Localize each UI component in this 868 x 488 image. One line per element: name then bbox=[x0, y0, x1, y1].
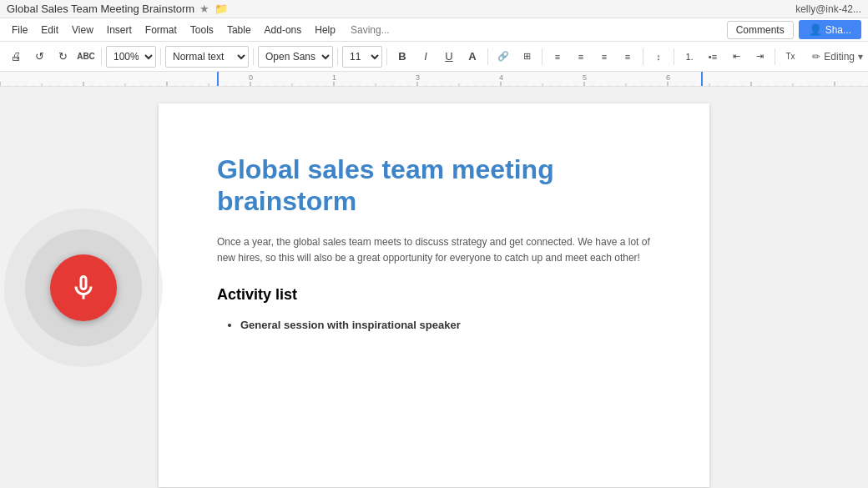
link-button[interactable]: 🔗 bbox=[492, 46, 514, 68]
toolbar-separator-9 bbox=[674, 48, 674, 65]
voice-mic-button[interactable] bbox=[50, 254, 117, 321]
underline-button[interactable]: U bbox=[438, 46, 460, 68]
star-icon[interactable]: ★ bbox=[199, 3, 209, 15]
editing-dropdown-icon[interactable]: ▾ bbox=[858, 51, 863, 63]
toolbar-separator-2 bbox=[160, 48, 161, 65]
menu-edit[interactable]: Edit bbox=[36, 23, 63, 38]
text-color-button[interactable]: A bbox=[462, 46, 483, 68]
share-label: Sha... bbox=[825, 24, 851, 36]
decrease-indent-button[interactable]: ⇤ bbox=[725, 46, 747, 68]
menu-view[interactable]: View bbox=[67, 23, 98, 38]
document-body-text: Once a year, the global sales team meets… bbox=[217, 234, 651, 266]
document-title: Global Sales Team Meeting Brainstorm bbox=[7, 3, 194, 15]
align-center-button[interactable]: ≡ bbox=[570, 46, 592, 68]
spell-check-button[interactable]: ABC bbox=[75, 46, 97, 68]
menu-table[interactable]: Table bbox=[222, 23, 256, 38]
numbered-list-button[interactable]: 1. bbox=[679, 46, 700, 68]
align-left-button[interactable]: ≡ bbox=[547, 46, 568, 68]
list-item-text: General session with inspirational speak… bbox=[240, 319, 461, 331]
toolbar-separator-6 bbox=[487, 48, 488, 65]
activity-list-heading: Activity list bbox=[217, 286, 651, 304]
paragraph-style-select[interactable]: Normal text Heading 1 Heading 2 bbox=[165, 46, 249, 68]
editing-mode: ✏ Editing ▾ bbox=[812, 51, 863, 63]
menu-format[interactable]: Format bbox=[140, 23, 182, 38]
menu-addons[interactable]: Add-ons bbox=[260, 23, 307, 38]
toolbar-separator-7 bbox=[542, 48, 542, 65]
document-page: Global sales team meeting brainstorm Onc… bbox=[159, 103, 709, 487]
list-item: General session with inspirational speak… bbox=[240, 317, 651, 335]
bullet-list-button[interactable]: •≡ bbox=[702, 46, 724, 68]
bold-button[interactable]: B bbox=[391, 46, 413, 68]
menu-insert[interactable]: Insert bbox=[102, 23, 137, 38]
activity-list: General session with inspirational speak… bbox=[217, 317, 651, 335]
menu-bar: File Edit View Insert Format Tools Table… bbox=[0, 18, 868, 42]
title-bar: Global Sales Team Meeting Brainstorm ★ 📁… bbox=[0, 0, 868, 18]
comments-button[interactable]: Comments bbox=[727, 21, 794, 39]
toolbar-separator-3 bbox=[253, 48, 254, 65]
line-spacing-button[interactable]: ↕ bbox=[648, 46, 669, 68]
editing-label: Editing bbox=[824, 51, 855, 63]
voice-outer-ring bbox=[4, 209, 163, 367]
document-heading: Global sales team meeting brainstorm bbox=[217, 153, 651, 218]
main-area: Global sales team meeting brainstorm Onc… bbox=[0, 87, 868, 488]
toolbar: 🖨 ↺ ↻ ABC 100% Normal text Heading 1 Hea… bbox=[0, 42, 868, 72]
toolbar-separator-1 bbox=[101, 48, 102, 65]
user-email: kelly@ink-42... bbox=[795, 3, 861, 15]
align-right-button[interactable]: ≡ bbox=[593, 46, 615, 68]
toolbar-separator-8 bbox=[643, 48, 643, 65]
saving-status: Saving... bbox=[351, 24, 390, 36]
justify-button[interactable]: ≡ bbox=[617, 46, 638, 68]
toolbar-separator-10 bbox=[775, 48, 775, 65]
menu-help[interactable]: Help bbox=[310, 23, 341, 38]
ruler bbox=[0, 72, 868, 87]
folder-icon[interactable]: 📁 bbox=[214, 3, 228, 15]
header-right-buttons: Comments 👤 Sha... bbox=[727, 20, 861, 39]
share-button[interactable]: 👤 Sha... bbox=[799, 20, 861, 39]
toolbar-separator-4 bbox=[337, 48, 338, 65]
increase-indent-button[interactable]: ⇥ bbox=[749, 46, 770, 68]
redo-button[interactable]: ↻ bbox=[52, 46, 73, 68]
undo-button[interactable]: ↺ bbox=[28, 46, 50, 68]
zoom-select[interactable]: 100% bbox=[106, 46, 156, 68]
clear-formatting-button[interactable]: Tx bbox=[780, 46, 801, 68]
italic-button[interactable]: I bbox=[415, 46, 437, 68]
pencil-icon: ✏ bbox=[812, 51, 820, 63]
voice-inner-ring bbox=[25, 229, 142, 346]
font-size-select[interactable]: 11 12 14 bbox=[342, 46, 382, 68]
voice-overlay bbox=[0, 87, 167, 488]
menu-tools[interactable]: Tools bbox=[185, 23, 219, 38]
font-select[interactable]: Open Sans Arial Times New Roman bbox=[258, 46, 333, 68]
print-button[interactable]: 🖨 bbox=[5, 46, 27, 68]
share-person-icon: 👤 bbox=[809, 23, 822, 36]
toolbar-separator-5 bbox=[386, 48, 387, 65]
menu-file[interactable]: File bbox=[7, 23, 33, 38]
image-button[interactable]: ⊞ bbox=[516, 46, 537, 68]
mic-icon bbox=[68, 273, 98, 303]
